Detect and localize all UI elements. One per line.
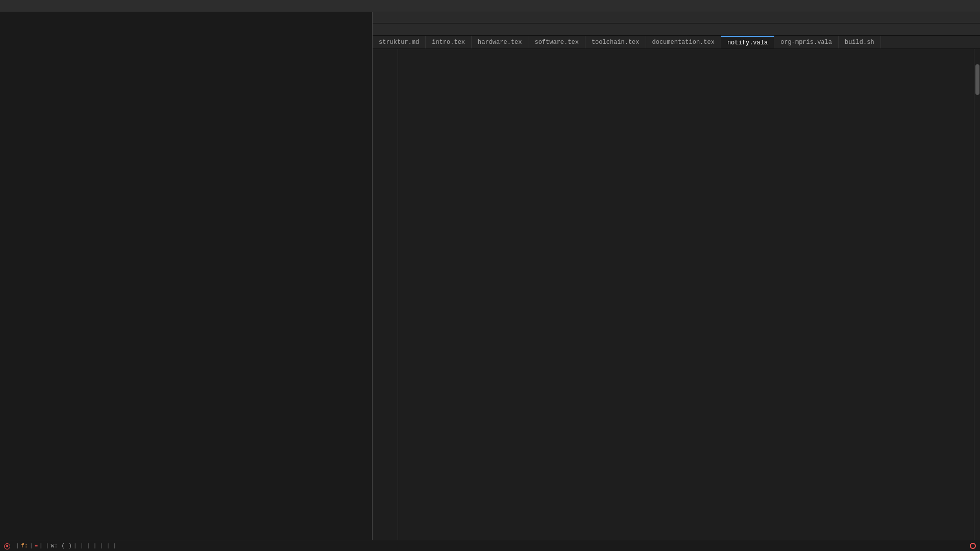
menu-search[interactable]	[395, 29, 405, 31]
circle-indicator	[970, 543, 976, 549]
editor-panel: struktur.mdintro.texhardware.texsoftware…	[373, 12, 980, 540]
main-layout: struktur.mdintro.texhardware.texsoftware…	[0, 12, 980, 540]
tab-struktur-md[interactable]: struktur.md	[373, 36, 426, 48]
editor-title-bar	[373, 12, 980, 23]
tab-software-tex[interactable]: software.tex	[528, 36, 585, 48]
menu-view[interactable]	[426, 29, 436, 31]
tab-hardware-tex[interactable]: hardware.tex	[472, 36, 528, 48]
status-wmem: W: ( )	[51, 542, 71, 549]
status-noipv	[35, 545, 38, 546]
terminal-content	[2, 13, 370, 539]
line-numbers	[373, 49, 398, 540]
tab-build-sh[interactable]: build.sh	[839, 36, 881, 48]
tabs-bar: struktur.mdintro.texhardware.texsoftware…	[373, 36, 980, 49]
code-content[interactable]	[398, 49, 974, 540]
menu-help[interactable]	[436, 29, 446, 31]
scrollbar-thumb[interactable]	[975, 64, 979, 95]
tab-org-mpris-vala[interactable]: org-mpris.vala	[774, 36, 839, 48]
menu-tools[interactable]	[405, 29, 415, 31]
terminal-panel	[0, 12, 373, 540]
status-music: ●	[4, 542, 12, 549]
status-bar: ● | f: | | | W: ( ) | | | | | | |	[0, 540, 980, 551]
menu-buffer[interactable]	[415, 29, 426, 31]
status-volume: f:	[21, 542, 28, 549]
tab-toolchain-tex[interactable]: toolchain.tex	[585, 36, 646, 48]
menu-file[interactable]	[375, 29, 385, 31]
menu-bar	[373, 23, 980, 36]
tab-notify-vala[interactable]: notify.vala	[721, 36, 774, 48]
terminal-title-bar	[0, 0, 980, 12]
tab-intro-tex[interactable]: intro.tex	[426, 36, 472, 48]
tab-documentation-tex[interactable]: documentation.tex	[646, 36, 721, 48]
code-area	[373, 49, 980, 540]
status-left: ● | f: | | | W: ( ) | | | | | | |	[0, 542, 967, 549]
menu-edit[interactable]	[385, 29, 395, 31]
scrollbar[interactable]	[974, 49, 980, 540]
status-right	[967, 543, 980, 549]
